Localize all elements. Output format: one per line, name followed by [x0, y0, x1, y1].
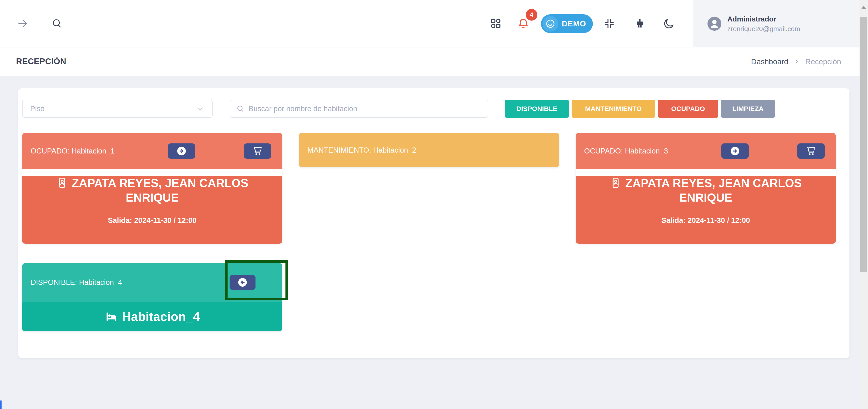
- cart-button[interactable]: [244, 143, 271, 158]
- room-card-habitacion-2: MANTENIMIENTO: Habitacion_2: [299, 133, 559, 167]
- avatar: [707, 16, 722, 31]
- room-card-header: OCUPADO: Habitacion_3: [576, 133, 836, 169]
- rooms-grid: OCUPADO: Habitacion_1: [22, 133, 846, 334]
- page-header-bar: RECEPCIÓN Dashboard Recepción: [0, 48, 860, 76]
- legend-limpieza-button[interactable]: LIMPIEZA: [721, 100, 775, 118]
- departure-label: Salida: 2024-11-30 / 12:00: [43, 216, 261, 225]
- room-card-habitacion-3: OCUPADO: Habitacion_3: [576, 133, 836, 244]
- notification-count-badge: 4: [526, 9, 537, 21]
- dark-mode-moon-icon[interactable]: [663, 18, 675, 30]
- guest-name-line: ZAPATA REYES, JEAN CARLOS ENRIQUE: [43, 176, 261, 205]
- chevron-down-icon: [196, 105, 205, 113]
- breadcrumb-dashboard[interactable]: Dashboard: [751, 57, 788, 66]
- demo-badge[interactable]: DEMO: [541, 14, 593, 33]
- user-name: Administrador: [727, 15, 800, 23]
- bottom-left-artifact: [0, 401, 2, 409]
- demo-label: DEMO: [562, 19, 586, 28]
- checkout-arrow-button[interactable]: [721, 143, 749, 158]
- checkin-arrow-button[interactable]: [229, 275, 255, 290]
- guest-name: ZAPATA REYES, JEAN CARLOS ENRIQUE: [625, 177, 802, 204]
- breadcrumb-current: Recepción: [805, 57, 841, 66]
- legend-mantenimiento-button[interactable]: MANTENIMIENTO: [571, 100, 655, 118]
- room-status-label: MANTENIMIENTO: Habitacion_2: [307, 146, 416, 154]
- bed-icon: [104, 310, 118, 323]
- user-menu[interactable]: Administrador zrenrique20@gmail.com: [693, 0, 860, 48]
- room-card-header: MANTENIMIENTO: Habitacion_2: [299, 133, 559, 167]
- room-title: Habitacion_4: [122, 309, 200, 324]
- user-email: zrenrique20@gmail.com: [727, 25, 800, 33]
- search-input-icon: [236, 105, 245, 113]
- sidebar-toggle-arrow-icon[interactable]: [17, 17, 29, 30]
- scrollbar-thumb[interactable]: [860, 17, 867, 272]
- guest-id-badge-icon: [610, 177, 622, 189]
- top-navbar: 4 DEMO: [0, 0, 860, 48]
- room-search-field: [230, 100, 488, 118]
- checkout-arrow-button[interactable]: [168, 143, 195, 158]
- legend-disponible-button[interactable]: DISPONIBLE: [505, 100, 569, 118]
- floor-select[interactable]: Piso: [22, 100, 213, 118]
- cart-button[interactable]: [797, 143, 825, 158]
- search-icon[interactable]: [51, 18, 63, 29]
- room-search-input[interactable]: [249, 105, 482, 113]
- room-card-body: ZAPATA REYES, JEAN CARLOS ENRIQUE Salida…: [576, 176, 836, 244]
- room-card-habitacion-4: DISPONIBLE: Habitacion_4: [22, 263, 282, 331]
- legend-ocupado-button[interactable]: OCUPADO: [658, 100, 718, 118]
- status-legend: DISPONIBLE MANTENIMIENTO OCUPADO LIMPIEZ…: [505, 100, 775, 118]
- guest-name-line: ZAPATA REYES, JEAN CARLOS ENRIQUE: [597, 176, 814, 205]
- room-card-header: DISPONIBLE: Habitacion_4: [22, 263, 282, 301]
- room-card-body: ZAPATA REYES, JEAN CARLOS ENRIQUE Salida…: [22, 176, 282, 244]
- departure-label: Salida: 2024-11-30 / 12:00: [597, 216, 814, 225]
- room-status-label: DISPONIBLE: Habitacion_4: [31, 278, 122, 287]
- guest-id-badge-icon: [56, 177, 68, 189]
- room-card-body: Habitacion_4: [22, 301, 282, 331]
- guest-name: ZAPATA REYES, JEAN CARLOS ENRIQUE: [72, 177, 248, 204]
- chevron-right-icon: [794, 58, 800, 65]
- theme-brush-icon[interactable]: [634, 18, 646, 29]
- apps-grid-icon[interactable]: [490, 18, 502, 29]
- vertical-scrollbar[interactable]: [860, 0, 868, 409]
- reception-panel: Piso DISPONIBLE MANTENIMIENTO O: [18, 88, 849, 358]
- floor-select-placeholder: Piso: [30, 105, 44, 113]
- filters-row: Piso DISPONIBLE MANTENIMIENTO O: [22, 100, 846, 118]
- room-card-habitacion-1: OCUPADO: Habitacion_1: [22, 133, 282, 244]
- room-status-label: OCUPADO: Habitacion_1: [31, 147, 115, 155]
- breadcrumb: Dashboard Recepción: [751, 57, 841, 66]
- reception-screen: 4 DEMO: [0, 0, 868, 409]
- room-card-header: OCUPADO: Habitacion_1: [22, 133, 282, 169]
- smiley-icon: [542, 16, 558, 32]
- scrollbar-up-arrow[interactable]: [861, 6, 866, 9]
- compress-screen-icon[interactable]: [603, 18, 615, 29]
- room-status-label: OCUPADO: Habitacion_3: [584, 147, 668, 155]
- page-title: RECEPCIÓN: [16, 57, 66, 66]
